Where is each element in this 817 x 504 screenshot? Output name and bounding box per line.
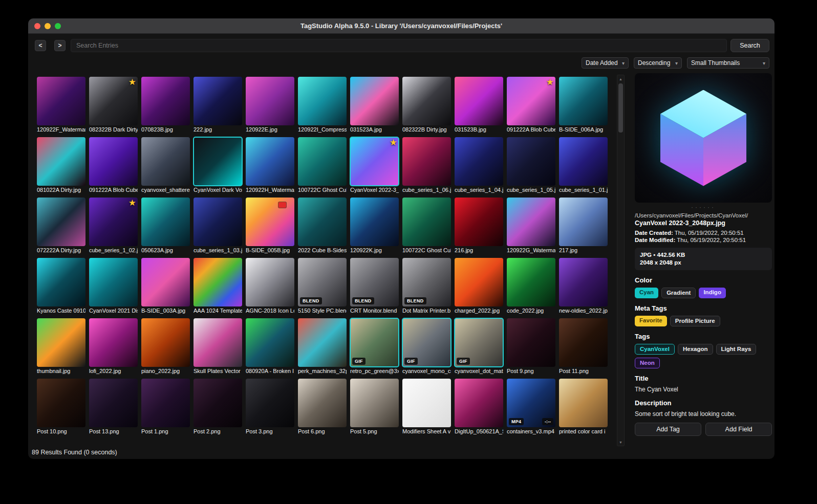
search-button[interactable]: Search <box>730 39 769 52</box>
thumbnail-image[interactable] <box>507 137 555 186</box>
thumbnail-image[interactable] <box>141 379 190 427</box>
thumbnail-image[interactable] <box>402 379 451 427</box>
grid-item[interactable]: cube_series_1_03.j <box>193 198 242 254</box>
thumbnail-image[interactable] <box>559 258 608 306</box>
grid-item[interactable]: ★082322B Dark Dirty <box>89 77 138 134</box>
grid-item[interactable]: Post 13.png <box>89 379 138 435</box>
thumbnail-image[interactable] <box>193 379 242 427</box>
grid-item[interactable]: 120922I_Compress <box>298 77 347 134</box>
thumbnail-image[interactable] <box>298 77 347 125</box>
thumbnail-image[interactable] <box>89 258 138 306</box>
grid-item[interactable]: Post 6.png <box>298 379 347 435</box>
grid-item[interactable]: 2022 Cube B-Sides <box>298 198 347 254</box>
add-field-button[interactable]: Add Field <box>705 423 772 436</box>
thumbnail-image[interactable] <box>89 379 138 427</box>
grid-scrollbar[interactable]: ▲ ▼ <box>617 75 625 446</box>
thumbnail-image[interactable]: MP4-:-- <box>507 379 555 427</box>
tag-pill[interactable]: Favorite <box>635 316 667 326</box>
grid-item[interactable]: 120922K.jpg <box>350 198 399 254</box>
thumbnail-image[interactable] <box>455 379 503 427</box>
grid-item[interactable]: BLENDCRT Monitor.blend <box>350 258 399 315</box>
thumbnail-image[interactable]: ★ <box>350 137 399 186</box>
grid-item[interactable]: Post 11.png <box>559 318 608 375</box>
thumbnail-image[interactable]: GIF <box>350 318 399 367</box>
preview-image[interactable] <box>635 73 772 203</box>
thumbnail-image[interactable] <box>559 137 608 186</box>
grid-item[interactable]: B-SIDE_003A.jpg <box>141 258 190 315</box>
thumbnail-image[interactable] <box>298 137 347 186</box>
thumbnail-image[interactable] <box>37 318 85 367</box>
thumbnail-image[interactable] <box>246 379 294 427</box>
thumbnail-image[interactable] <box>193 258 242 306</box>
tag-pill[interactable]: Neon <box>635 358 660 368</box>
thumbnail-image[interactable]: BLEND <box>298 258 347 306</box>
grid-item[interactable]: new-oldies_2022.jp <box>559 258 608 315</box>
thumbnail-image[interactable]: BLEND <box>350 258 399 306</box>
grid-item[interactable]: Post 1.png <box>141 379 190 435</box>
grid-item[interactable]: printed color card i <box>559 379 608 435</box>
grid-item[interactable]: AGNC-2018 Icon Lo <box>246 258 294 315</box>
thumbnail-image[interactable]: GIF <box>455 318 503 367</box>
thumbnail-image[interactable] <box>246 318 294 367</box>
grid-item[interactable]: 120922E.jpg <box>246 77 294 134</box>
thumbnail-image[interactable] <box>402 198 451 246</box>
thumbnail-image[interactable] <box>193 137 242 186</box>
thumbnail-image[interactable] <box>559 198 608 246</box>
grid-item[interactable]: cube_series_1_01.j <box>559 137 608 194</box>
sort-order-dropdown[interactable]: Descending ▾ <box>634 57 682 69</box>
grid-item[interactable]: 081022A Dirty.jpg <box>37 137 85 194</box>
grid-item[interactable]: perk_machines_32p <box>298 318 347 375</box>
thumbnail-image[interactable] <box>298 318 347 367</box>
close-window-icon[interactable] <box>34 23 40 29</box>
thumbnail-image[interactable] <box>507 258 555 306</box>
thumbnail-image[interactable] <box>402 77 451 125</box>
grid-item[interactable]: BLENDDot Matrix Printer.b <box>402 258 451 315</box>
grid-item[interactable]: 072222A Dirty.jpg <box>37 198 85 254</box>
grid-item[interactable]: 031523B.jpg <box>455 77 503 134</box>
grid-item[interactable]: lofi_2022.jpg <box>89 318 138 375</box>
grid-item[interactable]: Post 9.png <box>507 318 555 375</box>
panel-resize-handle[interactable]: ······ <box>635 204 772 210</box>
grid-item[interactable]: 120922H_Waterma <box>246 137 294 194</box>
thumbnail-image[interactable] <box>193 318 242 367</box>
thumbnail-image[interactable] <box>246 198 294 246</box>
thumbnail-image[interactable]: GIF <box>402 318 451 367</box>
thumbnail-image[interactable] <box>141 318 190 367</box>
grid-item[interactable]: cube_series_1_04.j <box>455 137 503 194</box>
thumbnail-image[interactable] <box>350 379 399 427</box>
thumbnail-image[interactable] <box>559 77 608 125</box>
grid-item[interactable]: 091222A Blob Cube <box>89 137 138 194</box>
grid-item[interactable]: 070823B.jpg <box>141 77 190 134</box>
grid-item[interactable]: ★CyanVoxel 2022-3_ <box>350 137 399 194</box>
grid-item[interactable]: Post 10.png <box>37 379 85 435</box>
grid-item[interactable]: 080920A - Broken I <box>246 318 294 375</box>
thumbnail-image[interactable] <box>37 198 85 246</box>
thumbnail-image[interactable] <box>350 77 399 125</box>
grid-item[interactable]: piano_2022.jpg <box>141 318 190 375</box>
scrollbar-thumb[interactable] <box>618 83 623 133</box>
thumbnail-image[interactable] <box>37 258 85 306</box>
grid-item[interactable]: 031523A.jpg <box>350 77 399 134</box>
grid-item[interactable]: 120922F_Watermark <box>37 77 85 134</box>
grid-item[interactable]: CyanVoxel 2021 Dis <box>89 258 138 315</box>
thumbnail-image[interactable] <box>350 198 399 246</box>
thumbnail-image[interactable] <box>193 198 242 246</box>
minimize-window-icon[interactable] <box>45 23 51 29</box>
tag-pill[interactable]: Cyan <box>635 288 658 298</box>
grid-item[interactable]: 082322B Dirty.jpg <box>402 77 451 134</box>
forward-button[interactable]: > <box>54 40 66 51</box>
grid-item[interactable]: Post 2.png <box>193 379 242 435</box>
thumbnail-image[interactable] <box>193 77 242 125</box>
thumbnail-image[interactable] <box>507 198 555 246</box>
thumbnail-image[interactable] <box>246 258 294 306</box>
thumbnail-image[interactable] <box>298 198 347 246</box>
search-input[interactable] <box>71 39 727 52</box>
thumbnail-image[interactable] <box>246 77 294 125</box>
grid-item[interactable]: 216.jpg <box>455 198 503 254</box>
grid-item[interactable]: B-SIDE_006A.jpg <box>559 77 608 134</box>
grid-item[interactable]: GIFretro_pc_green@3x <box>350 318 399 375</box>
back-button[interactable]: < <box>35 40 46 51</box>
sort-field-dropdown[interactable]: Date Added ▾ <box>582 57 629 69</box>
thumbnail-image[interactable] <box>559 318 608 367</box>
grid-item[interactable]: BLEND5150 Style PC.blend <box>298 258 347 315</box>
